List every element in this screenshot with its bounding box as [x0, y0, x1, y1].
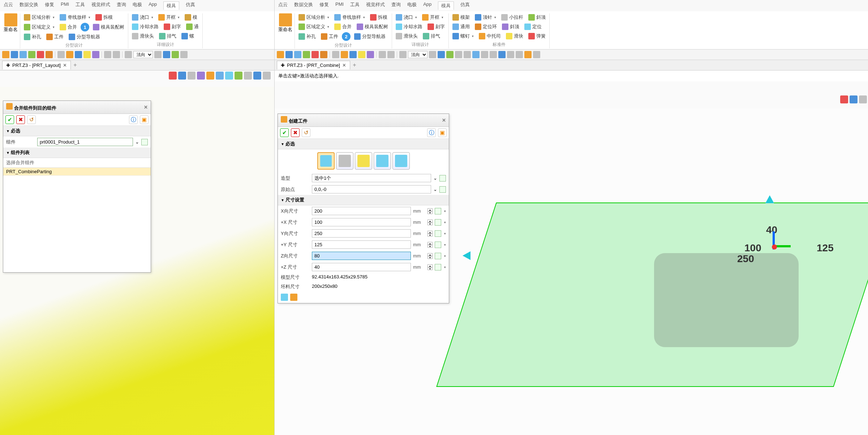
patch-hole-button[interactable]: 补孔: [22, 33, 43, 41]
lifter-button[interactable]: 斜顶: [527, 13, 547, 21]
tb-icon[interactable]: [533, 51, 540, 58]
direction-select[interactable]: 法向: [133, 51, 153, 58]
vt-icon[interactable]: [216, 72, 224, 80]
moldbase-button[interactable]: 模架: [451, 13, 471, 21]
common-button[interactable]: 通: [185, 23, 200, 31]
mode-bound-button[interactable]: [374, 152, 391, 170]
left-arrow-handle[interactable]: [463, 251, 470, 260]
y-input[interactable]: [312, 229, 411, 238]
tb-icon[interactable]: [349, 51, 357, 58]
top-arrow-handle[interactable]: [765, 195, 774, 203]
tb-icon[interactable]: [37, 51, 44, 58]
direction-select[interactable]: 法向: [408, 51, 427, 58]
mode-ref-button[interactable]: [392, 152, 410, 170]
workpiece-button[interactable]: 工件: [319, 33, 340, 40]
undo-icon[interactable]: [379, 51, 386, 58]
reset-button[interactable]: ↺: [302, 128, 310, 137]
slider-button[interactable]: 滑块: [504, 32, 525, 40]
document-tab[interactable]: ✚PRT.Z3 - [PRT_Layout]✕: [2, 61, 71, 69]
tb-icon[interactable]: [154, 51, 162, 58]
vt-icon[interactable]: [235, 72, 242, 80]
tb-icon[interactable]: [285, 51, 293, 58]
pull-rod-button[interactable]: 小拉杆: [500, 13, 525, 21]
tb-icon[interactable]: [464, 51, 471, 58]
cancel-button[interactable]: ✖: [291, 128, 300, 137]
tb-icon[interactable]: [303, 51, 310, 58]
vt-icon[interactable]: [225, 72, 233, 80]
tb-icon[interactable]: [125, 51, 132, 58]
list-item[interactable]: PRT_CombineParting: [3, 168, 151, 176]
menu-item[interactable]: 工具: [76, 1, 85, 10]
spine-loft-button[interactable]: 脊线放样▾: [333, 13, 366, 21]
locating-ring-button[interactable]: 定位环: [473, 23, 498, 31]
tb-icon[interactable]: [92, 51, 99, 58]
panel-close-icon[interactable]: ✕: [144, 105, 148, 110]
dropdown-icon[interactable]: ⌄: [433, 187, 437, 192]
menu-item[interactable]: App: [423, 1, 431, 10]
dropdown-icon[interactable]: ⌄: [135, 139, 139, 145]
x-input[interactable]: [312, 207, 411, 215]
parting-navigator-button[interactable]: 分型导航器: [67, 33, 102, 41]
menu-item[interactable]: App: [149, 1, 157, 10]
slider-head-button[interactable]: 滑块头: [130, 32, 155, 40]
workpiece-button[interactable]: 工件: [45, 33, 65, 41]
spine-loft-button[interactable]: 脊线放样▾: [58, 13, 92, 21]
menu-item[interactable]: 工具: [350, 1, 360, 10]
tb-icon[interactable]: [429, 51, 436, 58]
tb-icon[interactable]: [2, 51, 9, 58]
open-frame-button[interactable]: 开框▾: [157, 13, 181, 21]
menu-item[interactable]: 修复: [319, 1, 329, 10]
tb-icon[interactable]: [438, 51, 445, 58]
tb-icon[interactable]: [367, 51, 374, 58]
mode-offset-button[interactable]: [355, 152, 372, 170]
vt-icon[interactable]: [859, 95, 867, 103]
pick-button[interactable]: [439, 186, 446, 193]
vt-icon[interactable]: [197, 72, 205, 80]
pick-button[interactable]: [141, 139, 148, 145]
info-button[interactable]: ⓘ: [129, 115, 138, 124]
section-required[interactable]: 必选: [278, 139, 449, 149]
menu-item-active[interactable]: 模具: [438, 1, 454, 10]
menu-item[interactable]: 仿真: [460, 1, 470, 10]
cooling-button[interactable]: 冷却水路: [394, 23, 424, 31]
section-required[interactable]: 必选: [3, 126, 151, 136]
vt-icon[interactable]: [850, 95, 858, 103]
ok-button[interactable]: ✔: [5, 115, 14, 124]
close-icon[interactable]: ✕: [342, 63, 346, 68]
spring-button[interactable]: 弹簧: [527, 32, 547, 40]
mode-box-button[interactable]: [317, 152, 335, 170]
split-mold-button[interactable]: 拆模: [369, 13, 389, 21]
cancel-button[interactable]: ✖: [16, 115, 25, 124]
tb-icon[interactable]: [180, 51, 188, 58]
lifter2-button[interactable]: 斜顶: [500, 23, 521, 31]
tb-icon[interactable]: [75, 51, 82, 58]
tb-icon[interactable]: [294, 51, 301, 58]
origin-input[interactable]: [312, 185, 431, 193]
px-input[interactable]: [312, 218, 411, 226]
component-input[interactable]: [37, 138, 133, 146]
stepper[interactable]: ▲▼: [427, 242, 433, 248]
stepper[interactable]: ▲▼: [427, 208, 433, 214]
menu-item[interactable]: PMI: [61, 1, 69, 10]
open-frame-button[interactable]: 开框▾: [421, 13, 445, 21]
tab-add-button[interactable]: +: [350, 62, 359, 68]
info-button[interactable]: ⓘ: [427, 128, 436, 137]
document-tab[interactable]: ✚PRT.Z3 - [PRT_Combine]✕: [277, 61, 350, 69]
menu-item[interactable]: 视觉样式: [91, 1, 110, 10]
ok-button[interactable]: ✔: [280, 128, 289, 137]
extra-button[interactable]: [435, 219, 441, 226]
ejector-button[interactable]: 顶针▾: [473, 13, 498, 21]
stepper[interactable]: ▲▼: [427, 219, 433, 225]
screw-button[interactable]: 螺钉▾: [451, 32, 475, 40]
tb-icon[interactable]: [277, 51, 284, 58]
tb-icon[interactable]: [83, 51, 91, 58]
stepper[interactable]: ▲▼: [427, 253, 433, 259]
region-analysis-button[interactable]: 区域分析▾: [22, 13, 56, 21]
split-mold-button[interactable]: 拆模: [94, 13, 114, 21]
menu-item[interactable]: 点云: [278, 1, 288, 10]
tb-icon[interactable]: [498, 51, 506, 58]
tb-icon[interactable]: [57, 51, 65, 58]
vent-button[interactable]: 排气: [158, 32, 178, 40]
tb-icon[interactable]: [11, 51, 18, 58]
combine-button[interactable]: 合并: [333, 23, 353, 31]
